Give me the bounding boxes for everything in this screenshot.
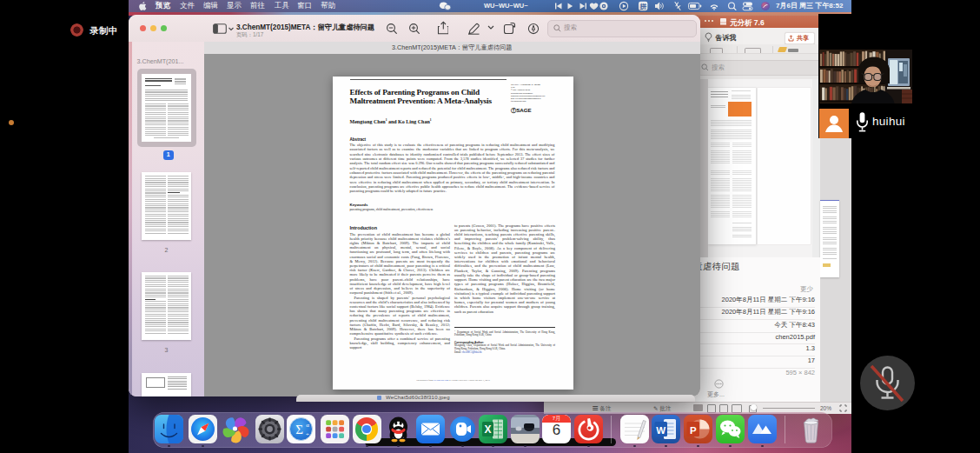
svg-text:α: α <box>306 422 309 429</box>
svg-text:X: X <box>484 423 491 436</box>
svg-text:Σ: Σ <box>295 423 303 436</box>
svg-text:W: W <box>656 425 665 436</box>
svg-text:P: P <box>690 425 697 436</box>
svg-text:÷: ÷ <box>306 430 309 437</box>
svg-text:拼: 拼 <box>639 3 646 10</box>
